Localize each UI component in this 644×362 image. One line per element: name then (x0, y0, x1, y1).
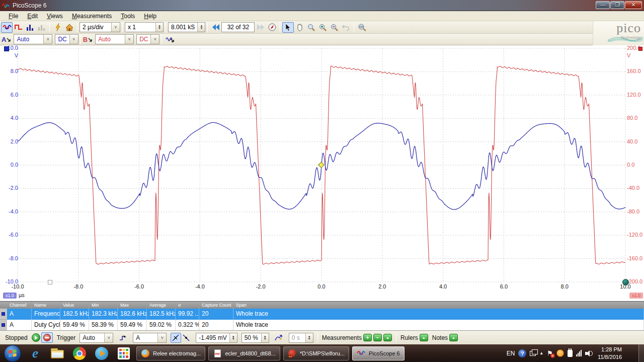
measurement-row[interactable]: AFrequency182.5 kHz182.3 kHz182.6 kHz182… (0, 309, 644, 320)
menu-file[interactable]: File (4, 12, 23, 21)
taskbar-button-ecler-dt4800-dt68[interactable]: PDFecler_dt4800_dt68... (208, 346, 280, 360)
taskbar-button-d-smps-elforu[interactable]: 64*D:\SMPS\elforu... (283, 346, 349, 360)
app-grid-icon[interactable] (116, 346, 131, 361)
show-hidden-icons-chevron[interactable]: ▲ (539, 351, 543, 355)
zoom-out-button[interactable] (329, 22, 340, 33)
taskbar-button-picoscope-6[interactable]: PicoScope 6 (352, 346, 405, 360)
channel-b-coupling-dropdown[interactable]: DC ˅ (136, 34, 159, 44)
help-icon[interactable]: ? (518, 349, 526, 357)
show-desktop-button[interactable] (638, 344, 644, 362)
spinner-arrows-icon[interactable]: ▲▼ (155, 23, 163, 32)
chevron-down-icon[interactable]: ˅ (111, 23, 120, 32)
trigger-source-value: A (133, 334, 157, 341)
channel-a-range-dropdown[interactable]: Auto ˅ (14, 34, 52, 44)
menu-views[interactable]: Views (42, 12, 67, 21)
channel-a-coupling-dropdown[interactable]: DC ˅ (55, 34, 78, 44)
channel-b-range-dropdown[interactable]: Auto ˅ (95, 34, 134, 44)
channel-b-axis-handle[interactable] (638, 47, 642, 51)
probes-waveform-button[interactable] (164, 34, 176, 45)
action-center-flag-icon[interactable]: ⚑ ✕ (547, 349, 553, 357)
persistence-view-button[interactable] (13, 22, 24, 33)
zoom-multiplier-spinner[interactable]: x 1 ▲▼ (125, 22, 164, 32)
column-header-min[interactable]: Min (89, 302, 118, 309)
buffer-position-field[interactable]: 32 of 32 (221, 22, 255, 32)
taskbar-clock[interactable]: 1:28 PM 11/8/2016 (598, 346, 622, 361)
waveform-canvas[interactable] (0, 45, 644, 301)
falling-edge-button[interactable] (181, 333, 192, 343)
home-button[interactable] (63, 22, 75, 33)
select-tool-button[interactable] (282, 22, 294, 33)
expand-measurements-button[interactable]: ▲ (383, 334, 392, 341)
column-header-capture-count[interactable]: Capture Count (199, 302, 233, 309)
remove-measurement-button[interactable]: − (373, 334, 382, 341)
chrome-icon[interactable] (72, 346, 87, 361)
chevron-down-icon[interactable]: ˅ (69, 35, 78, 44)
samples-spinner[interactable]: 8.001 kS ▲▼ (168, 22, 205, 32)
notes-expand-button[interactable]: ▲ (449, 334, 458, 341)
start-button[interactable] (4, 345, 21, 362)
stop-capture-button-selected[interactable] (41, 332, 53, 343)
updater-icon[interactable] (556, 349, 564, 357)
pretrigger-spinner[interactable]: 50 % ▲▼ (242, 333, 269, 343)
y-axis-left-tick: 4.0 (0, 115, 18, 121)
column-header-name[interactable]: Name (32, 302, 60, 309)
marquee-zoom-button[interactable] (305, 22, 317, 33)
language-indicator[interactable]: EN (507, 350, 515, 357)
chevron-down-icon[interactable]: ˅ (150, 35, 159, 44)
chevron-down-icon[interactable]: ˅ (43, 35, 52, 44)
rulers-expand-button[interactable]: ▲ (420, 334, 428, 341)
scope-plot-area[interactable]: 10.08.06.04.02.00.0-2.0-4.0-6.0-8.0-10.0… (0, 45, 644, 301)
media-player-icon[interactable] (94, 346, 109, 361)
trigger-source-dropdown[interactable]: A ˅ (133, 333, 167, 343)
maximize-button[interactable]: ❐ (610, 1, 624, 9)
windows-explorer-icon[interactable] (50, 346, 65, 361)
chevron-down-icon[interactable]: ˅ (104, 333, 113, 342)
add-measurement-button[interactable]: + (363, 334, 372, 341)
timebase-dropdown[interactable]: 2 µs/div ˅ (79, 22, 120, 32)
measurement-row[interactable]: ADuty Cycle59.49 %58.39 %59.49 %59.02 %0… (0, 320, 644, 331)
column-header-σ[interactable]: σ (176, 302, 199, 309)
chevron-down-icon[interactable]: ˅ (125, 35, 133, 44)
volume-icon[interactable] (585, 350, 592, 356)
pan-tool-button[interactable] (294, 22, 305, 33)
column-header-average[interactable]: Average (147, 302, 176, 309)
trigger-level-spinner[interactable]: -1.495 mV ▲▼ (196, 333, 237, 343)
advanced-trigger-button[interactable] (273, 332, 285, 343)
network-signal-icon[interactable] (576, 350, 582, 356)
column-header-max[interactable]: Max (118, 302, 147, 309)
chevron-down-icon[interactable]: ˅ (157, 333, 166, 342)
x-axis-tick: 8.0 (553, 283, 576, 289)
auto-setup-button[interactable] (52, 22, 63, 33)
trigger-marker-button[interactable] (117, 332, 129, 343)
menu-help[interactable]: Help (139, 12, 161, 21)
close-button[interactable]: ✕ (625, 1, 642, 9)
zoom-full-button[interactable]: 100 (356, 22, 368, 33)
trigger-mode-dropdown[interactable]: Auto ˅ (79, 333, 113, 343)
spinner-arrows-icon[interactable]: ▲▼ (229, 333, 237, 342)
taskbar-button-relee-electromag[interactable]: Relee electromag... (136, 346, 205, 360)
column-header-channel[interactable]: Channel (7, 302, 32, 309)
menu-tools[interactable]: Tools (116, 12, 139, 21)
internet-explorer-icon[interactable]: e (28, 346, 43, 361)
menu-measurements[interactable]: Measurements (67, 12, 116, 21)
spinner-arrows-icon[interactable]: ▲▼ (261, 333, 269, 342)
buffer-previous-button[interactable] (210, 22, 221, 33)
window-switch-icon[interactable] (530, 351, 536, 356)
rising-edge-button[interactable] (171, 333, 181, 343)
spectrum-view-button[interactable] (24, 22, 36, 33)
measurement-cell: Whole trace (233, 320, 644, 331)
minimize-button[interactable]: — (596, 1, 610, 9)
channel-a-axis-handle[interactable] (4, 46, 9, 51)
spinner-arrows-icon[interactable]: ▲▼ (197, 23, 205, 32)
column-header-span[interactable]: Span (233, 302, 644, 309)
start-capture-button[interactable] (32, 333, 40, 342)
buffer-navigator-button[interactable] (266, 22, 278, 33)
zoom-in-button[interactable] (317, 22, 329, 33)
column-header-value[interactable]: Value (60, 302, 89, 309)
power-plug-icon[interactable] (568, 350, 573, 357)
channel-b-zero-marker[interactable] (622, 279, 629, 285)
menu-edit[interactable]: Edit (23, 12, 42, 21)
y-axis-left-tick: 2.0 (0, 138, 18, 144)
scope-view-button[interactable] (1, 22, 13, 33)
x-axis-offset-handle[interactable] (48, 280, 52, 284)
